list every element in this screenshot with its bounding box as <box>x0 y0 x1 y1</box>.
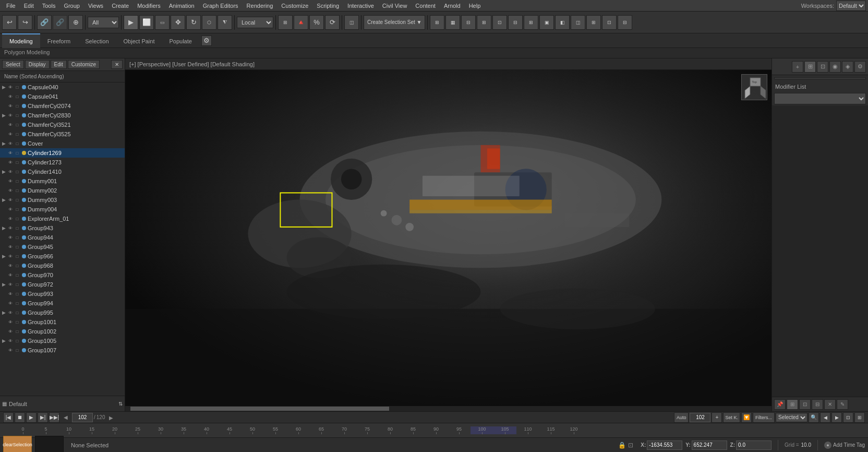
render-icon[interactable]: □ <box>14 234 20 241</box>
grid-btn[interactable]: ⊟ <box>461 15 476 30</box>
list-item[interactable]: ▶ 👁 □ Group972 <box>0 280 125 289</box>
render-icon[interactable]: □ <box>14 93 20 100</box>
tab-freeform[interactable]: Freeform <box>40 33 78 48</box>
eye-icon[interactable]: 👁 <box>7 253 14 259</box>
timeline-tick[interactable]: 0 <box>11 426 34 434</box>
menu-rendering[interactable]: Rendering <box>243 2 278 10</box>
mod-paste-btn[interactable]: ⊟ <box>812 399 823 410</box>
menu-interactive[interactable]: Interactive <box>343 2 378 10</box>
eye-icon[interactable]: 👁 <box>7 300 14 306</box>
eye-icon[interactable]: 👁 <box>7 159 14 165</box>
extra-btn1[interactable]: ⚙ <box>201 35 212 46</box>
menu-file[interactable]: File <box>2 2 20 10</box>
align-btn[interactable]: ◫ <box>344 15 359 30</box>
eye-icon[interactable]: 👁 <box>7 197 14 203</box>
render-icon[interactable]: □ <box>14 197 20 203</box>
timeline-tick[interactable]: 45 <box>218 426 241 434</box>
key-nav-btn3[interactable]: ⊡ <box>843 412 853 423</box>
timeline-tick[interactable]: 115 <box>539 426 562 434</box>
timeline-tick[interactable]: 50 <box>241 426 264 434</box>
eye-icon[interactable]: 👁 <box>7 319 14 325</box>
eye-icon[interactable]: 👁 <box>7 187 14 194</box>
render-icon[interactable]: □ <box>14 169 20 175</box>
timeline-tick[interactable]: 25 <box>126 426 149 434</box>
timeline-tick[interactable]: 20 <box>103 426 126 434</box>
list-item[interactable]: 👁 □ Cylinder1273 <box>0 158 125 167</box>
list-item[interactable]: ▶ 👁 □ Group966 <box>0 252 125 261</box>
timeline-tick[interactable]: 80 <box>379 426 402 434</box>
redo-button[interactable]: ↪ <box>18 15 32 30</box>
render-icon[interactable]: □ <box>14 272 20 278</box>
tab-object-paint[interactable]: Object Paint <box>116 33 162 48</box>
add-time-tag-btn[interactable]: Add Time Tag <box>833 442 865 448</box>
render-icon[interactable]: □ <box>14 131 20 137</box>
timeline-tick[interactable]: 10 <box>57 426 80 434</box>
menu-create[interactable]: Create <box>107 2 133 10</box>
mod-pin-btn[interactable]: 📌 <box>774 399 786 410</box>
render-icon[interactable]: □ <box>14 338 20 344</box>
key-mode-btn[interactable]: Auto <box>674 412 689 423</box>
key-nav-btn4[interactable]: ⊞ <box>854 412 865 423</box>
timeline-tick[interactable]: 15 <box>80 426 103 434</box>
eye-icon[interactable]: 👁 <box>7 178 14 184</box>
timeline-tick[interactable]: 40 <box>195 426 218 434</box>
render-icon[interactable]: □ <box>14 328 20 335</box>
percent-snap[interactable]: % <box>309 15 324 30</box>
rp-modify-icon[interactable]: ⊞ <box>804 61 816 73</box>
timeline-tick[interactable]: 35 <box>172 426 195 434</box>
list-item[interactable]: ▶ 👁 □ Group943 <box>0 223 125 233</box>
list-item[interactable]: ▶ 👁 □ Group995 <box>0 308 125 317</box>
render-icon[interactable]: □ <box>14 140 20 147</box>
list-item[interactable]: 👁 □ ChamferCyl3521 <box>0 120 125 129</box>
scale-btn[interactable]: ⬡ <box>202 15 216 30</box>
render-icon[interactable]: □ <box>14 112 20 118</box>
close-panel-btn[interactable]: ✕ <box>111 60 123 69</box>
timeline-tick[interactable]: 30 <box>149 426 172 434</box>
view-btn8[interactable]: ⊞ <box>586 15 601 30</box>
timeline-tick[interactable]: 70 <box>333 426 356 434</box>
view-btn6[interactable]: ◧ <box>555 15 570 30</box>
selected-dropdown[interactable]: Selected <box>776 413 807 422</box>
timeline-tick[interactable]: 105 <box>493 426 516 434</box>
timeline-tick[interactable]: 90 <box>425 426 448 434</box>
eye-icon[interactable]: 👁 <box>7 216 14 222</box>
list-item[interactable]: 👁 □ Group993 <box>0 289 125 299</box>
layer-btn[interactable]: ▦ <box>445 15 460 30</box>
anim-last-btn[interactable]: ▶▶| <box>49 412 59 423</box>
edit-btn[interactable]: Edit <box>51 60 67 69</box>
eye-icon[interactable]: 👁 <box>7 169 14 175</box>
view-btn3[interactable]: ⊟ <box>508 15 523 30</box>
menu-edit[interactable]: Edit <box>20 2 38 10</box>
render-icon[interactable]: □ <box>14 206 20 212</box>
timeline-tick[interactable]: 75 <box>356 426 379 434</box>
eye-icon[interactable]: 👁 <box>7 131 14 137</box>
tab-populate[interactable]: Populate <box>162 33 199 48</box>
spinner-snap[interactable]: ⟳ <box>325 15 340 30</box>
list-item[interactable]: 👁 □ Dummy001 <box>0 176 125 186</box>
anim-play-btn[interactable]: ▶ <box>26 412 37 423</box>
coord-system-dropdown[interactable]: Local <box>237 17 273 28</box>
eye-icon[interactable]: 👁 <box>7 234 14 241</box>
eye-icon[interactable]: 👁 <box>7 328 14 335</box>
tab-modeling[interactable]: Modeling <box>2 33 40 48</box>
list-item[interactable]: 👁 □ ExplorerArm_01 <box>0 214 125 223</box>
select-btn[interactable]: Select <box>2 60 24 69</box>
list-item[interactable]: ▶ 👁 □ Cylinder1410 <box>0 167 125 176</box>
list-item[interactable]: 👁 □ Group1002 <box>0 327 125 336</box>
list-item[interactable]: 👁 □ Group1001 <box>0 317 125 327</box>
viewport-scene[interactable]: Top <box>125 70 771 411</box>
eye-icon[interactable]: 👁 <box>7 263 14 269</box>
select-rect-btn[interactable]: ▭ <box>155 15 170 30</box>
rp-hierarchy-icon[interactable]: ⊡ <box>817 61 828 73</box>
rp-motion-icon[interactable]: ◉ <box>829 61 841 73</box>
eye-icon[interactable]: 👁 <box>7 140 14 147</box>
timeline-tick[interactable]: 100 <box>471 426 493 434</box>
key-frame-input[interactable] <box>690 413 710 422</box>
eye-icon[interactable]: 👁 <box>7 281 14 288</box>
menu-views[interactable]: Views <box>84 2 107 10</box>
key-nav-btn2[interactable]: ▶ <box>831 412 842 423</box>
key-add-btn[interactable]: + <box>712 412 722 423</box>
list-item[interactable]: 👁 □ Group970 <box>0 270 125 280</box>
render-icon[interactable]: □ <box>14 150 20 156</box>
render-icon[interactable]: □ <box>14 122 20 128</box>
